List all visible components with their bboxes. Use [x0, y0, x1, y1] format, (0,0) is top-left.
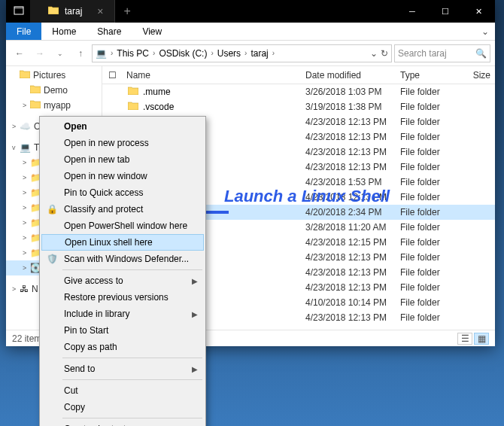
tree-item[interactable]: Demo	[6, 83, 102, 98]
app-icon	[14, 6, 24, 17]
tree-item[interactable]: Pictures	[6, 68, 102, 83]
up-button[interactable]: ↑	[71, 44, 90, 62]
tab-title: taraj	[65, 6, 82, 17]
menu-item[interactable]: Copy as path	[41, 339, 204, 355]
minimize-button[interactable]: ─	[396, 0, 429, 23]
item-count: 22 item	[12, 333, 41, 344]
titlebar[interactable]: taraj × + ─ ☐ ✕	[6, 0, 495, 23]
ribbon-expand-icon[interactable]: ⌄	[475, 26, 495, 37]
shield-icon: 🛡️	[46, 254, 58, 264]
window-tab[interactable]: taraj ×	[30, 0, 115, 23]
menu-item[interactable]: Include in library▶	[41, 306, 204, 322]
chevron-right-icon: ▶	[192, 277, 198, 285]
maximize-button[interactable]: ☐	[429, 0, 462, 23]
folder-icon: 💻	[20, 142, 31, 153]
menu-item[interactable]: Open in new tab	[41, 151, 204, 168]
chevron-right-icon: ▶	[192, 365, 198, 373]
refresh-icon[interactable]: ↻	[381, 48, 388, 59]
address-bar: ← → ⌄ ↑ 💻 › This PC › OSDisk (C:) › User…	[6, 41, 495, 66]
menu-item[interactable]: Create shortcut	[41, 421, 204, 426]
chevron-right-icon[interactable]: ›	[211, 49, 213, 57]
menu-item[interactable]: Open in new window	[41, 168, 204, 184]
ribbon-home[interactable]: Home	[41, 23, 87, 40]
menu-item[interactable]: Open in new process	[41, 135, 204, 151]
folder-icon	[128, 102, 138, 112]
forward-button[interactable]: →	[31, 44, 49, 62]
col-date[interactable]: Date modified	[305, 70, 400, 81]
ribbon-share[interactable]: Share	[87, 23, 132, 40]
col-size[interactable]: Size	[463, 70, 495, 81]
close-icon[interactable]: ×	[97, 5, 103, 17]
menu-item[interactable]: Pin to Start	[41, 322, 204, 339]
view-list-icon[interactable]: ☰	[457, 333, 472, 345]
menu-item[interactable]: Give access to▶	[41, 272, 204, 289]
chevron-right-icon: ▶	[192, 310, 198, 318]
column-headers: ☐ Name Date modified Type Size	[102, 66, 495, 84]
ribbon: File Home Share View ⌄	[6, 23, 495, 41]
folder-icon	[20, 70, 30, 81]
folder-icon	[30, 85, 41, 96]
breadcrumb-seg[interactable]: Users	[217, 48, 241, 59]
chevron-right-icon[interactable]: ›	[244, 49, 247, 57]
table-row[interactable]: .mume3/26/2018 1:03 PMFile folder	[102, 84, 495, 99]
folder-icon	[30, 100, 41, 111]
search-icon[interactable]: 🔍	[475, 48, 487, 59]
lock-icon: 🔒	[46, 204, 58, 215]
close-button[interactable]: ✕	[462, 0, 495, 23]
chevron-right-icon[interactable]: ›	[153, 49, 155, 57]
chevron-right-icon[interactable]: ›	[111, 49, 113, 57]
menu-item[interactable]: 🔒Classify and protect	[41, 201, 204, 218]
table-row[interactable]: .vscode3/19/2018 1:38 PMFile folder	[102, 99, 495, 114]
context-menu[interactable]: OpenOpen in new processOpen in new tabOp…	[39, 116, 206, 426]
col-name[interactable]: Name	[122, 70, 305, 81]
menu-item[interactable]: Pin to Quick access	[41, 184, 204, 201]
menu-item[interactable]: Cut	[41, 382, 204, 399]
tree-item[interactable]: >myapp	[6, 98, 102, 113]
ribbon-file[interactable]: File	[6, 23, 41, 40]
menu-item[interactable]: Open Linux shell here	[41, 234, 204, 251]
col-type[interactable]: Type	[400, 70, 463, 81]
view-details-icon[interactable]: ▦	[474, 333, 489, 345]
menu-item[interactable]: Send to▶	[41, 361, 204, 377]
chevron-right-icon[interactable]: ›	[272, 49, 275, 57]
ribbon-view[interactable]: View	[132, 23, 172, 40]
back-button[interactable]: ←	[11, 44, 29, 62]
new-tab-button[interactable]: +	[115, 5, 140, 18]
dropdown-icon[interactable]: ⌄	[370, 48, 378, 59]
breadcrumb-seg[interactable]: taraj	[250, 48, 268, 59]
menu-item[interactable]: Restore previous versions	[41, 289, 204, 306]
breadcrumb-seg[interactable]: OSDisk (C:)	[159, 48, 207, 59]
breadcrumb[interactable]: 💻 › This PC › OSDisk (C:) › Users › tara…	[92, 44, 392, 62]
breadcrumb-seg[interactable]: This PC	[117, 48, 149, 59]
search-input[interactable]: Search taraj 🔍	[394, 44, 490, 62]
menu-item[interactable]: 🛡️Scan with Windows Defender...	[41, 251, 204, 267]
folder-icon	[48, 6, 59, 17]
svg-rect-1	[14, 7, 23, 9]
folder-icon: 🖧	[20, 284, 29, 294]
menu-item[interactable]: Copy	[41, 399, 204, 415]
menu-item[interactable]: Open PowerShell window here	[41, 218, 204, 234]
folder-icon: ☁️	[20, 121, 31, 132]
folder-icon	[128, 87, 138, 97]
recent-button[interactable]: ⌄	[51, 44, 69, 62]
pc-icon: 💻	[96, 48, 107, 59]
select-all-checkbox[interactable]: ☐	[102, 70, 122, 81]
menu-item[interactable]: Open	[41, 118, 204, 135]
